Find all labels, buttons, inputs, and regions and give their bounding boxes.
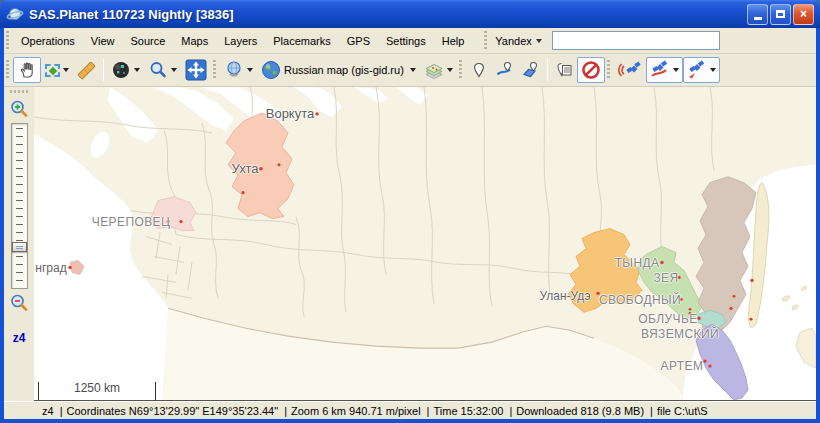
chevron-down-icon <box>673 68 679 72</box>
toolbar-grip-1[interactable] <box>6 60 9 80</box>
search-engine-label: Yandex <box>495 35 532 47</box>
map-source-label: Russian map (gis-gid.ru) <box>284 64 404 76</box>
status-zoom-info: Zoom 6 km 940.71 m/pixel <box>291 405 421 417</box>
go-to-icon <box>224 60 244 80</box>
chevron-down-icon <box>63 68 69 72</box>
search-input[interactable] <box>552 31 720 50</box>
chevron-down-icon <box>134 68 140 72</box>
window-title: SAS.Planet 110723 Nightly [3836] <box>29 7 745 22</box>
chevron-down-icon <box>536 39 542 43</box>
add-polygon-button[interactable] <box>518 57 544 83</box>
search-toolbar-grip[interactable] <box>484 31 487 51</box>
ruler-icon <box>77 61 95 79</box>
window-border <box>0 419 820 423</box>
gps-connect-icon <box>618 60 642 80</box>
hide-placemarks-icon <box>581 60 601 80</box>
menu-operations[interactable]: Operations <box>13 31 83 51</box>
status-separator: | <box>427 405 430 417</box>
sidebar-grip[interactable] <box>10 90 28 93</box>
chevron-down-icon <box>171 68 177 72</box>
toolbar-separator <box>547 59 548 81</box>
zoom-sidebar: z4 <box>4 87 34 401</box>
menu-maps[interactable]: Maps <box>173 31 216 51</box>
go-to-button[interactable] <box>220 57 257 83</box>
ruler-button[interactable] <box>73 57 100 83</box>
fill-map-button[interactable] <box>107 57 144 83</box>
toolbar-grip-3[interactable] <box>459 60 462 80</box>
minimize-icon <box>754 17 762 20</box>
app-icon <box>6 5 24 23</box>
app-window: SAS.Planet 110723 Nightly [3836] × Opera… <box>0 0 820 423</box>
zoom-region-button[interactable] <box>144 57 181 83</box>
layers-icon <box>424 60 444 80</box>
status-time: Time 15:32:00 <box>433 405 503 417</box>
menu-layers[interactable]: Layers <box>216 31 265 51</box>
close-button[interactable]: × <box>793 4 814 25</box>
minimize-button[interactable] <box>747 4 768 25</box>
status-file: file C:\ut\S <box>657 405 708 417</box>
placemark-manager-button[interactable] <box>551 57 577 83</box>
magnifier-icon <box>148 60 168 80</box>
close-icon: × <box>800 7 807 21</box>
chevron-down-icon <box>410 68 416 72</box>
fullscreen-button[interactable] <box>181 57 211 83</box>
toolbar: Russian map (gis-gid.ru) <box>4 54 816 87</box>
placemark-manager-icon <box>555 61 573 79</box>
menubar: Operations View Source Maps Layers Place… <box>4 28 816 54</box>
titlebar[interactable]: SAS.Planet 110723 Nightly [3836] × <box>0 0 820 28</box>
gps-track-icon <box>650 60 670 80</box>
scale-bar: 1250 km <box>38 382 156 400</box>
hide-placemarks-button[interactable] <box>577 57 605 83</box>
zoom-slider-ticks <box>16 128 23 284</box>
map-svg[interactable] <box>34 87 816 400</box>
toolbar-grip-2[interactable] <box>213 60 216 80</box>
status-downloaded: Downloaded 818 (9.8 MB) <box>516 405 644 417</box>
status-zoom: z4 <box>42 405 54 417</box>
chevron-down-icon <box>247 68 253 72</box>
gps-follow-button[interactable] <box>683 57 720 83</box>
scale-label: 1250 km <box>74 382 120 395</box>
gps-connect-button[interactable] <box>614 57 646 83</box>
pan-hand-icon <box>17 60 37 80</box>
menu-source[interactable]: Source <box>122 31 173 51</box>
maximize-icon <box>776 10 785 18</box>
maximize-button[interactable] <box>770 4 791 25</box>
zoom-in-button[interactable] <box>9 99 29 119</box>
add-placemark-button[interactable] <box>466 57 492 83</box>
zoom-slider[interactable] <box>11 123 28 289</box>
toolbar-grip-4[interactable] <box>607 60 610 80</box>
status-separator: | <box>60 405 63 417</box>
add-path-icon <box>496 61 514 79</box>
selection-zoom-button[interactable] <box>41 57 73 83</box>
map-canvas[interactable]: ВоркутаУхтаЧЕРЕПОВЕЦнградУлан-УдэТЫНДАЗЕ… <box>34 87 816 401</box>
status-separator: | <box>284 405 287 417</box>
chevron-down-icon <box>710 68 716 72</box>
add-path-button[interactable] <box>492 57 518 83</box>
menu-placemarks[interactable]: Placemarks <box>265 31 338 51</box>
menubar-grip[interactable] <box>6 31 9 51</box>
search-engine-dropdown[interactable]: Yandex <box>491 35 546 47</box>
add-placemark-icon <box>470 61 488 79</box>
gps-track-button[interactable] <box>646 57 683 83</box>
add-polygon-icon <box>522 61 540 79</box>
selection-zoom-icon <box>45 64 60 77</box>
layers-button[interactable] <box>420 57 457 83</box>
statusbar: z4 | Coordinates N69°13'29.99" E149°35'2… <box>4 401 816 419</box>
chevron-down-icon <box>447 68 453 72</box>
gps-follow-icon <box>687 60 707 80</box>
toolbar-separator <box>103 59 104 81</box>
menu-help[interactable]: Help <box>434 31 473 51</box>
status-separator: | <box>509 405 512 417</box>
search-zone: Yandex <box>482 31 720 51</box>
menu-view[interactable]: View <box>83 31 123 51</box>
zoom-out-button[interactable] <box>9 293 29 313</box>
zoom-slider-thumb[interactable] <box>12 242 27 252</box>
menu-settings[interactable]: Settings <box>378 31 434 51</box>
map-source-globe-icon <box>261 60 281 80</box>
map-source-button[interactable]: Russian map (gis-gid.ru) <box>257 57 420 83</box>
fullscreen-icon <box>185 59 207 81</box>
pan-button[interactable] <box>13 57 41 83</box>
menu-gps[interactable]: GPS <box>339 31 378 51</box>
status-separator: | <box>650 405 653 417</box>
zoom-level-label: z4 <box>13 331 26 345</box>
